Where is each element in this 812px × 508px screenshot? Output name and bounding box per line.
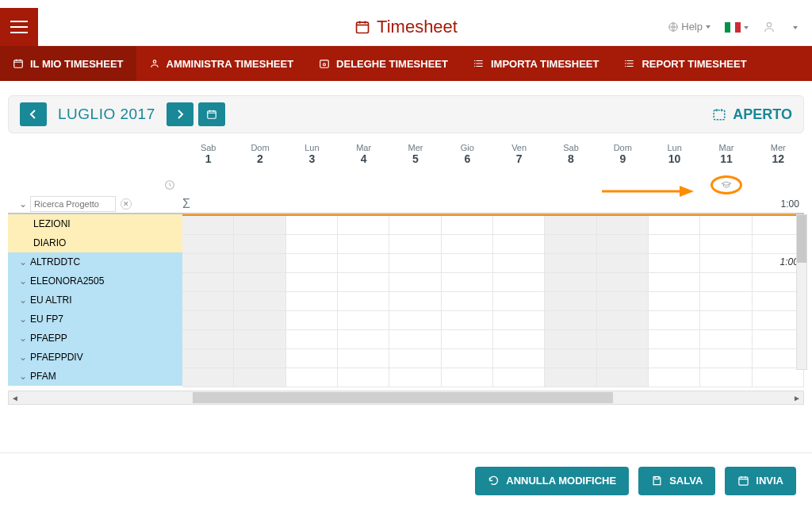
chevron-down-icon[interactable]: ⌄ <box>19 333 25 344</box>
project-row[interactable]: ⌄ALTRDDTC <box>8 252 182 271</box>
time-cell[interactable] <box>597 216 649 234</box>
time-cell[interactable] <box>286 330 338 348</box>
tab-delegate-timesheet[interactable]: DELEGHE TIMESHEET <box>306 46 461 81</box>
tab-admin-timesheet[interactable]: AMMINISTRA TIMESHEET <box>136 46 307 81</box>
time-cell[interactable] <box>493 216 545 234</box>
time-cell[interactable] <box>338 330 389 348</box>
time-cell[interactable] <box>700 311 752 329</box>
time-cell[interactable] <box>493 235 545 253</box>
time-cell[interactable] <box>493 254 545 272</box>
time-cell[interactable] <box>182 292 234 310</box>
time-cell[interactable] <box>389 292 441 310</box>
time-cell[interactable] <box>545 292 596 310</box>
time-cell[interactable] <box>286 311 338 329</box>
help-menu[interactable]: Help <box>668 21 710 33</box>
time-cell[interactable] <box>442 349 493 368</box>
send-button[interactable]: INVIA <box>725 467 796 495</box>
time-cell[interactable] <box>649 311 700 329</box>
time-cell[interactable] <box>286 368 338 387</box>
time-cell[interactable] <box>442 292 493 310</box>
time-cell[interactable] <box>338 216 389 234</box>
time-cell[interactable] <box>649 368 700 387</box>
time-cell[interactable] <box>649 292 700 310</box>
chevron-down-icon[interactable]: ⌄ <box>19 314 25 325</box>
time-cell[interactable] <box>597 368 649 387</box>
time-cell[interactable] <box>700 292 752 310</box>
time-cell[interactable] <box>442 273 493 291</box>
time-cell[interactable] <box>649 349 700 368</box>
time-cell[interactable] <box>442 311 493 329</box>
scroll-left-icon[interactable]: ◄ <box>9 391 21 404</box>
language-menu[interactable] <box>725 21 749 33</box>
prev-month-button[interactable] <box>20 102 47 126</box>
search-input[interactable] <box>30 196 116 212</box>
time-cell[interactable] <box>493 311 545 329</box>
tab-my-timesheet[interactable]: IL MIO TIMESHEET <box>0 46 136 81</box>
time-cell[interactable] <box>597 235 649 253</box>
time-cell[interactable] <box>182 273 234 291</box>
time-cell[interactable] <box>597 254 649 272</box>
time-cell[interactable] <box>234 349 285 368</box>
time-cell[interactable] <box>234 368 285 387</box>
user-menu[interactable] <box>763 21 776 33</box>
time-cell[interactable] <box>649 235 700 253</box>
time-cell[interactable] <box>545 368 596 387</box>
time-cell[interactable] <box>389 216 441 234</box>
tab-import-timesheet[interactable]: IMPORTA TIMESHEET <box>461 46 612 81</box>
time-cell[interactable] <box>389 368 441 387</box>
project-row-fixed[interactable]: DIARIO <box>8 233 182 252</box>
time-cell[interactable] <box>389 311 441 329</box>
time-cell[interactable] <box>597 349 649 368</box>
time-cell[interactable] <box>493 368 545 387</box>
time-cell[interactable] <box>234 330 285 348</box>
time-cell[interactable] <box>389 273 441 291</box>
undo-button[interactable]: ANNULLA MODIFICHE <box>475 467 629 495</box>
scroll-right-icon[interactable]: ► <box>791 391 803 404</box>
time-cell[interactable] <box>286 235 338 253</box>
time-cell[interactable] <box>234 311 285 329</box>
time-cell[interactable] <box>597 273 649 291</box>
time-cell[interactable] <box>338 349 389 368</box>
time-cell[interactable] <box>182 254 234 272</box>
time-cell[interactable] <box>753 368 804 387</box>
chevron-down-icon[interactable]: ⌄ <box>19 256 25 267</box>
project-row[interactable]: ⌄ELEONORA2505 <box>8 271 182 291</box>
time-cell[interactable] <box>493 273 545 291</box>
time-cell[interactable] <box>700 235 752 253</box>
time-cell[interactable] <box>545 349 596 368</box>
time-cell[interactable] <box>545 254 596 272</box>
time-cell[interactable] <box>493 349 545 368</box>
time-cell[interactable] <box>700 254 752 272</box>
time-cell[interactable] <box>597 311 649 329</box>
time-cell[interactable] <box>234 292 285 310</box>
time-cell[interactable] <box>286 349 338 368</box>
time-cell[interactable] <box>182 216 234 234</box>
time-cell[interactable] <box>442 235 493 253</box>
time-cell[interactable] <box>442 368 493 387</box>
time-cell[interactable] <box>649 273 700 291</box>
project-row[interactable]: ⌄EU FP7 <box>8 310 182 329</box>
time-cell[interactable] <box>182 311 234 329</box>
time-cell[interactable] <box>442 330 493 348</box>
tab-report-timesheet[interactable]: REPORT TIMESHEET <box>611 46 759 81</box>
time-cell[interactable] <box>389 235 441 253</box>
time-cell[interactable] <box>545 216 596 234</box>
time-cell[interactable] <box>182 235 234 253</box>
time-cell[interactable] <box>286 216 338 234</box>
project-row-fixed[interactable]: LEZIONI <box>8 214 182 233</box>
time-cell[interactable] <box>338 235 389 253</box>
time-cell[interactable] <box>493 330 545 348</box>
time-cell[interactable] <box>700 330 752 348</box>
user-caret[interactable] <box>790 21 798 33</box>
time-cell[interactable] <box>597 330 649 348</box>
chevron-down-icon[interactable]: ⌄ <box>19 371 25 382</box>
time-cell[interactable] <box>442 216 493 234</box>
time-cell[interactable] <box>545 273 596 291</box>
time-cell[interactable] <box>545 311 596 329</box>
time-cell[interactable] <box>234 273 285 291</box>
time-cell[interactable] <box>338 311 389 329</box>
time-cell[interactable] <box>234 216 285 234</box>
time-cell[interactable] <box>545 330 596 348</box>
time-cell[interactable] <box>649 216 700 234</box>
time-cell[interactable] <box>700 368 752 387</box>
